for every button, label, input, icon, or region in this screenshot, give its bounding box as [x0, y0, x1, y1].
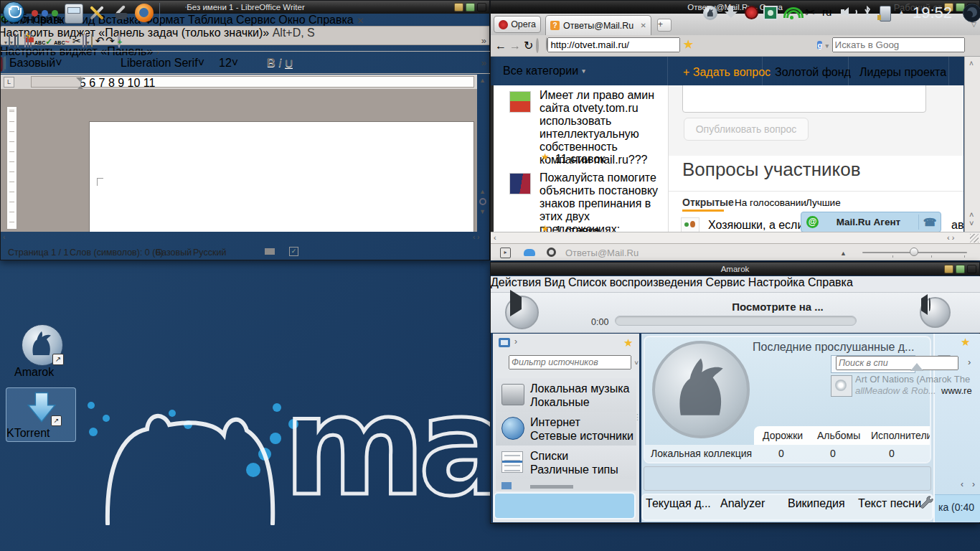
- system-tools-icon[interactable]: [88, 4, 106, 22]
- configure-tools-icon[interactable]: [112, 4, 131, 22]
- maximize-button[interactable]: [466, 3, 475, 11]
- italic-icon[interactable]: i: [279, 57, 282, 70]
- spellcheck-icon[interactable]: ABC✓: [34, 34, 52, 47]
- font-name-combo[interactable]: Liberation Serif˅: [121, 57, 215, 70]
- maximize-button[interactable]: [956, 265, 965, 273]
- status-language[interactable]: Русский: [193, 248, 226, 258]
- undo-icon[interactable]: ↶: [95, 34, 105, 47]
- tab-lyrics[interactable]: Текст песни: [858, 497, 925, 517]
- status-page[interactable]: Страница 1 / 1: [8, 248, 68, 258]
- print-file-icon[interactable]: ϟ: [27, 34, 29, 47]
- tab-analyzer[interactable]: Analyzer: [720, 497, 783, 517]
- source-filter-input[interactable]: [509, 355, 631, 369]
- tray-network-wifi-icon[interactable]: [783, 4, 801, 20]
- activity-dot-blue[interactable]: [42, 10, 48, 17]
- modified-indicator-icon[interactable]: ✓: [289, 247, 298, 256]
- menu-help[interactable]: Справка: [808, 276, 853, 288]
- playlist-up-arrow-icon[interactable]: [910, 357, 923, 371]
- panel-splitter-icon[interactable]: ⋮: [633, 413, 641, 422]
- menu-settings[interactable]: Настройка: [748, 276, 805, 288]
- scroll-up-icon[interactable]: ˄: [969, 60, 974, 67]
- toolbar-overflow-icon[interactable]: »: [481, 57, 486, 68]
- selected-source-bar[interactable]: [494, 492, 636, 519]
- print-icon[interactable]: ▾: [9, 34, 13, 47]
- question-link[interactable]: Пожалуйста помогите объяснить постановку…: [540, 171, 660, 232]
- forward-button[interactable]: →: [509, 39, 521, 52]
- playlist-more-icon[interactable]: ›: [968, 357, 971, 367]
- document-page[interactable]: [89, 121, 474, 232]
- site-nav-leaders[interactable]: Лидеры проекта: [859, 66, 946, 79]
- source-item-partial[interactable]: [496, 479, 636, 491]
- menu-help[interactable]: Справка: [308, 14, 354, 26]
- document-area[interactable]: [1, 89, 477, 232]
- paragraph-style-combo[interactable]: Базовый˅: [9, 57, 117, 70]
- page-horizontal-scrollbar[interactable]: ‹ ‹ ›: [491, 232, 980, 243]
- firefox-icon[interactable]: [135, 4, 154, 22]
- bluetooth-icon[interactable]: [863, 5, 872, 21]
- tab-current-track[interactable]: Текущая д...: [646, 497, 716, 517]
- tray-opera-icon[interactable]: [745, 6, 758, 19]
- tray-download-icon[interactable]: [725, 6, 738, 20]
- writer-vertical-scrollbar[interactable]: ▲ ▲ ▼: [477, 75, 490, 232]
- underline-icon[interactable]: U: [285, 57, 293, 69]
- paste-icon[interactable]: ▾: [85, 34, 90, 47]
- row-thumbnail[interactable]: [681, 217, 699, 232]
- paragraph-style-icon[interactable]: [4, 57, 6, 70]
- fast-scroll-up-icon[interactable]: ˄: [969, 210, 974, 219]
- scroll-right-icon[interactable]: ‹ ›: [947, 233, 954, 242]
- panel-toolbox-cashew-icon[interactable]: [963, 4, 980, 22]
- track-progress-bar[interactable]: [615, 316, 857, 326]
- resize-grip[interactable]: [970, 234, 979, 242]
- status-style[interactable]: Базовый: [156, 248, 192, 258]
- tab-open[interactable]: Открытые: [682, 197, 734, 208]
- mageia-launcher-button[interactable]: [3, 1, 24, 23]
- cut-icon[interactable]: ✂: [72, 35, 81, 47]
- page-vertical-scrollbar[interactable]: ˄ ˄ ˅: [964, 57, 980, 232]
- tab-close-icon[interactable]: ✕: [641, 22, 646, 29]
- save-icon[interactable]: [14, 34, 16, 47]
- site-nav-ask-question[interactable]: + Задать вопрос: [683, 66, 771, 79]
- tray-klipper-scissors-icon[interactable]: ✂: [805, 5, 815, 20]
- wand-password-icon[interactable]: [536, 39, 539, 52]
- tab-best[interactable]: Лучшие: [806, 197, 841, 208]
- activity-dot-green[interactable]: [52, 10, 58, 17]
- search-box[interactable]: g ▾: [813, 37, 976, 55]
- source-item-playlists[interactable]: Списки Различные типы спис...: [496, 446, 636, 480]
- toolbar-overflow-icon[interactable]: »: [481, 35, 486, 46]
- tab-selector[interactable]: L: [4, 77, 14, 88]
- vertical-ruler[interactable]: [6, 106, 17, 230]
- bookmark-star-icon[interactable]: ★: [684, 38, 693, 50]
- tray-expand-icon[interactable]: ▲: [898, 9, 905, 16]
- opera-turbo-icon[interactable]: [547, 248, 556, 257]
- new-document-icon[interactable]: ▾: [4, 34, 7, 47]
- bookmark-star-icon[interactable]: ★: [961, 336, 970, 349]
- menu-table[interactable]: Таблица: [188, 14, 233, 26]
- question-thumbnail[interactable]: [509, 173, 531, 194]
- bold-icon[interactable]: B: [267, 57, 275, 70]
- scroll-next-page-icon[interactable]: ▼: [479, 208, 486, 215]
- tray-amarok-icon[interactable]: [703, 6, 717, 20]
- opera-link-cloud-icon[interactable]: [524, 249, 535, 256]
- close-button[interactable]: [967, 265, 976, 273]
- device-notifier-icon[interactable]: [880, 6, 891, 22]
- activity-dot-red[interactable]: [32, 10, 38, 17]
- question-thumbnail[interactable]: [509, 91, 531, 113]
- source-item-local-music[interactable]: Локальная музыка Локальные источники...: [496, 378, 636, 413]
- keyboard-layout-indicator[interactable]: ru: [822, 6, 831, 18]
- search-engine-chevron-icon[interactable]: ▾: [826, 42, 829, 50]
- playlist-search-input[interactable]: [836, 356, 958, 370]
- agent-phone-icon[interactable]: ☎: [919, 216, 941, 229]
- fast-scroll-down-icon[interactable]: ˅: [969, 219, 974, 227]
- publish-question-button[interactable]: Опубликовать вопрос: [684, 118, 809, 141]
- volume-button[interactable]: [920, 297, 951, 328]
- search-input[interactable]: [832, 37, 965, 52]
- desktop-icon-amarok[interactable]: ↗ Amarok: [14, 324, 69, 377]
- collection-row[interactable]: Локальная коллекция 0 0 0: [645, 445, 931, 462]
- panels-toggle-icon[interactable]: ▸: [500, 248, 511, 258]
- export-pdf-icon[interactable]: [24, 34, 26, 47]
- google-icon[interactable]: g: [817, 41, 822, 50]
- question-textarea[interactable]: [682, 85, 926, 113]
- mailru-agent-popup[interactable]: @ Mail.Ru Агент ☎: [801, 212, 941, 232]
- scroll-left-icon[interactable]: ‹: [3, 233, 5, 241]
- playlist-track-entry[interactable]: Art Of Nations (Amarok The allMeadow & R…: [831, 374, 980, 398]
